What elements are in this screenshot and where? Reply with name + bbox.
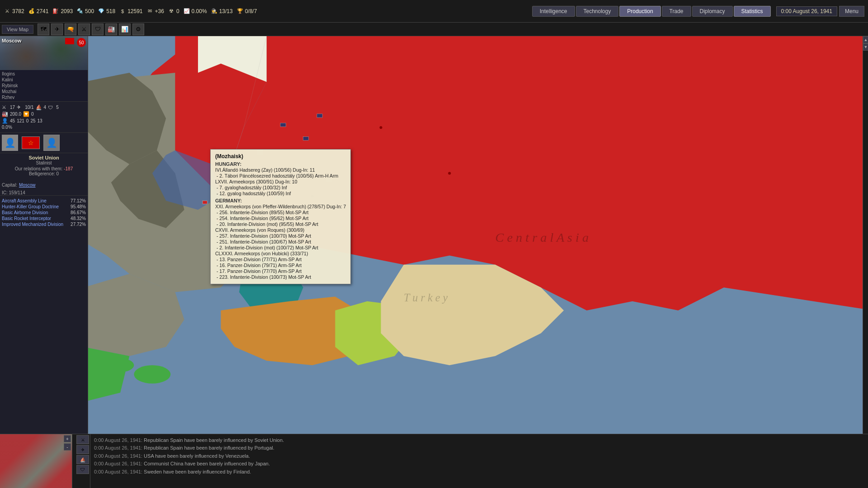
tooltip-hu-1: - 2. Tábori Páncélosezred hadosztály (10… — [215, 173, 346, 178]
tech-item-4[interactable]: Improved Mechanized Division 27.72% — [2, 222, 86, 227]
map-area[interactable]: C e n t r a l A s i a T u r k e y (Mozha… — [88, 36, 868, 434]
ic-label: IC: 159/114 — [2, 190, 25, 195]
armor-stat-icon: 🛡 — [48, 105, 54, 110]
res2-icon: 🔽 — [23, 111, 29, 117]
tech-pct-3: 48.32% — [71, 216, 86, 221]
unit-icons-bar: ⚔ ✈ ⛵ 🛡 — [72, 434, 90, 488]
spy-icon: 🕵 — [211, 8, 218, 15]
money-resource: 💰 2741 — [28, 8, 49, 15]
unit-icon-2[interactable]: ⛵ — [76, 455, 89, 464]
production-button[interactable]: Production — [619, 6, 660, 17]
infantry-icon: ⚔ — [2, 104, 8, 110]
fuel-resource: ⛽ 2093 — [52, 8, 73, 15]
tooltip-hu-0: IVI.Állandó Hadsereg (Zay) (100/56) Dug-… — [215, 167, 346, 173]
armor-stat-value: 5 — [56, 105, 59, 110]
toolbar-map-icon[interactable]: 🗺 — [38, 23, 49, 35]
stability-resource: 📈 0.00% — [183, 8, 207, 15]
top-bar: ⚔ 3782 💰 2741 ⛽ 2093 🔩 500 💎 518 $ 12591 — [0, 0, 868, 23]
tech-name-2: Basic Airborne Division — [2, 210, 48, 215]
unit-icon-3[interactable]: 🛡 — [76, 465, 89, 474]
tooltip-hungary-label: HUNGARY: — [215, 161, 346, 167]
capital-label: Capital: — [2, 183, 17, 188]
diplomacy-value: +36 — [155, 8, 164, 14]
diplomacy-resource: ✉ +36 — [146, 8, 164, 15]
moscow-preview: Moscow 50 — [0, 36, 88, 70]
stat-zero: 0 — [26, 118, 29, 123]
city-item-kalini[interactable]: Kalini — [2, 77, 86, 83]
leader-portrait-right[interactable]: 👤 — [43, 135, 60, 151]
scroll-up-button[interactable]: ▲ — [863, 36, 868, 43]
tooltip-de-4: CXVII. Armeekorps (von Roques) (300/69) — [215, 227, 346, 233]
log-text-3: Communist China have been barely influen… — [144, 461, 270, 466]
tech-name-4: Improved Mechanized Division — [2, 222, 63, 227]
minimap-zoom-out[interactable]: - — [64, 443, 71, 450]
relations-value: -187 — [64, 166, 73, 171]
supplies-icon: $ — [119, 8, 126, 15]
toolbar-shield-icon[interactable]: 🛡 — [92, 23, 104, 35]
right-scrollbar: ▲ ▼ — [863, 36, 868, 434]
toolbar-settings-icon[interactable]: ⚙ — [132, 23, 144, 35]
metal-value: 500 — [85, 8, 94, 14]
manp-value: 45 — [10, 118, 15, 123]
stability-icon: 📈 — [183, 8, 190, 15]
city-item-mozhai[interactable]: Mozhai — [2, 89, 86, 94]
toolbar-factory-icon[interactable]: 🏭 — [105, 23, 117, 35]
toolbar-sword-icon[interactable]: ⚔ — [78, 23, 90, 35]
tech-item-0[interactable]: Aircraft Assembly Line 77.12% — [2, 198, 86, 203]
minimap[interactable]: + - — [0, 434, 72, 488]
tech-name-0: Aircraft Assembly Line — [2, 198, 47, 203]
svg-point-14 — [134, 365, 170, 383]
leader-name: Stalinist — [2, 160, 86, 165]
tooltip-de-6: - 251. Infanterie-Division (100/67) Mot-… — [215, 239, 346, 244]
tooltip-germany-label: GERMANY: — [215, 198, 346, 203]
view-map-button[interactable]: View Map — [2, 25, 33, 34]
city-list: Ilogins Kalini Rybinsk Mozhai Rzhev — [0, 70, 88, 101]
minimap-zoom-in[interactable]: + — [64, 435, 71, 442]
log-date-3: 0:00 August 26, 1941: — [94, 461, 142, 466]
country-flag: ☆ — [22, 136, 40, 149]
capital-link[interactable]: Moscow — [19, 183, 36, 188]
leader-portrait-left[interactable]: 👤 — [2, 135, 18, 151]
tech-item-1[interactable]: Hunter-Killer Group Doctrine 95.48% — [2, 204, 86, 209]
nuclear-value: 0 — [176, 8, 179, 14]
tooltip-title: (Mozhaisk) — [215, 153, 346, 160]
bottom-log: + - ⚔ ✈ ⛵ 🛡 0:00 August 26, 1941: Republ… — [0, 434, 868, 488]
log-date-1: 0:00 August 26, 1941: — [94, 445, 142, 450]
log-date-0: 0:00 August 26, 1941: — [94, 437, 142, 443]
intelligence-button[interactable]: Intelligence — [532, 6, 575, 17]
moscow-label: Moscow — [2, 38, 21, 43]
map-svg: C e n t r a l A s i a T u r k e y — [88, 36, 868, 434]
tech-pct-0: 77.12% — [71, 198, 86, 203]
rare-icon: 💎 — [98, 8, 105, 15]
toolbar-chart-icon[interactable]: 📊 — [119, 23, 131, 35]
trade-button[interactable]: Trade — [662, 6, 691, 17]
log-line-4: 0:00 August 26, 1941: Sweden have been b… — [94, 469, 864, 475]
scroll-down-button[interactable]: ▼ — [863, 43, 868, 51]
unit-icon-0[interactable]: ⚔ — [76, 435, 89, 444]
tech-name-1: Hunter-Killer Group Doctrine — [2, 204, 59, 209]
stat-25: 25 — [30, 118, 35, 123]
tech-item-2[interactable]: Basic Airborne Division 86.67% — [2, 210, 86, 215]
diplomacy-button[interactable]: Diplomacy — [692, 6, 733, 17]
tech-pct-4: 27.72% — [71, 222, 86, 227]
svg-point-15 — [107, 358, 134, 372]
unit-icon-1[interactable]: ✈ — [76, 445, 89, 454]
country-info: Soviet Union Stalinist Our relations wit… — [0, 153, 88, 178]
technology-button[interactable]: Technology — [576, 6, 619, 17]
city-item-ilogins[interactable]: Ilogins — [2, 71, 86, 77]
city-item-rybinsk[interactable]: Rybinsk — [2, 83, 86, 89]
resources-bar: ⚔ 3782 💰 2741 ⛽ 2093 🔩 500 💎 518 $ 12591 — [0, 8, 530, 15]
city-item-rzhev[interactable]: Rzhev — [2, 94, 86, 100]
tech-pct-2: 86.67% — [71, 210, 86, 215]
infantry-value: 17 — [10, 105, 15, 110]
toolbar-gun-icon[interactable]: 🔫 — [65, 23, 76, 35]
aircraft-icon: ✈ — [17, 104, 23, 110]
toolbar-air-icon[interactable]: ✈ — [51, 23, 63, 35]
menu-button[interactable]: Menu — [839, 6, 864, 17]
tech-list: Aircraft Assembly Line 77.12% Hunter-Kil… — [0, 195, 88, 230]
stat-13: 13 — [38, 118, 42, 123]
statistics-button[interactable]: Statistics — [734, 6, 771, 17]
relations-label: Our relations with them: -187 — [2, 166, 86, 171]
tech-item-3[interactable]: Basic Rocket Interceptor 48.32% — [2, 216, 86, 221]
fuel-icon: ⛽ — [52, 8, 59, 15]
